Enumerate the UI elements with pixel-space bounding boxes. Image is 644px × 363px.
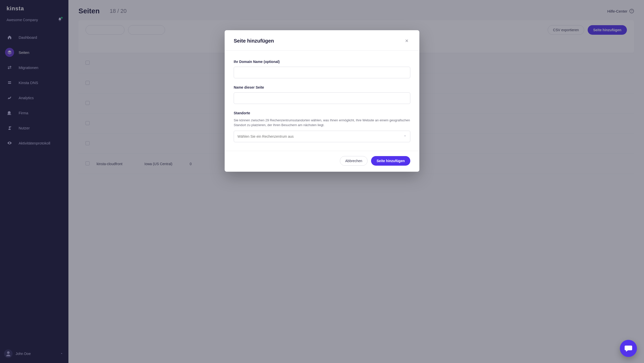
- modal-title: Seite hinzufügen: [234, 38, 274, 44]
- location-label: Standorte: [234, 111, 410, 115]
- domain-input[interactable]: [234, 67, 410, 78]
- chat-icon: [625, 345, 632, 352]
- datacenter-select[interactable]: [234, 131, 410, 142]
- domain-label: Ihr Domain Name (optional): [234, 60, 410, 64]
- site-name-input[interactable]: [234, 92, 410, 104]
- site-name-label: Name dieser Seite: [234, 85, 410, 89]
- add-site-modal: Seite hinzufügen Ihr Domain Name (option…: [225, 30, 419, 172]
- modal-overlay: Seite hinzufügen Ihr Domain Name (option…: [0, 0, 644, 363]
- cancel-button[interactable]: Abbrechen: [340, 156, 368, 166]
- submit-add-site-button[interactable]: Seite hinzufügen: [371, 156, 410, 166]
- chat-launcher[interactable]: [620, 340, 637, 357]
- location-hint: Sie können zwischen 29 Rechenzentrumssta…: [234, 118, 410, 128]
- modal-close-button[interactable]: [403, 37, 410, 44]
- close-icon: [405, 39, 409, 43]
